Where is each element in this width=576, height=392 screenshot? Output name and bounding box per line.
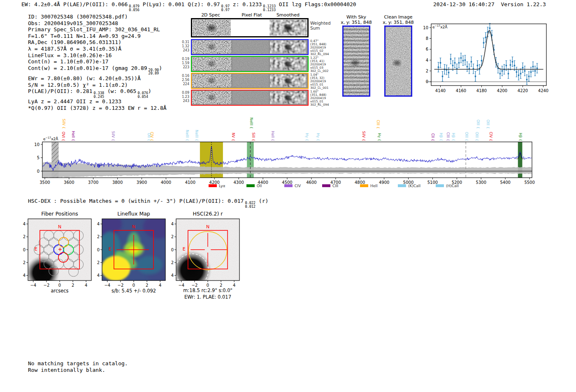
hsc-cutout-svg: NEHSC(26.2) r−4−4−2−2002244m:18.5 rc:2.9… bbox=[171, 210, 249, 306]
noise-image bbox=[192, 57, 231, 70]
fiber-row-id: 1.22"(353, 41)20200419v015_03302_LL_002 bbox=[310, 56, 329, 73]
svg-text:4900: 4900 bbox=[379, 180, 389, 185]
zoom-chart-svg: 0246810414041604180420042204240e−17x2Å bbox=[419, 20, 551, 100]
svg-text:4000: 4000 bbox=[161, 180, 171, 185]
noise-image bbox=[193, 20, 231, 36]
compass-east-label: E bbox=[183, 246, 186, 252]
info-line: EWr = 7.80(±0.80) (w: 4.20(±0.35))Å bbox=[28, 75, 167, 82]
text-segment: S/N = 12.9(±0.5) χ² = 1.1(±0.2) bbox=[28, 82, 128, 88]
info-line: λ = 4187.57Å σ = 3.41(±0.35)Å bbox=[28, 46, 167, 52]
svg-text:2: 2 bbox=[171, 234, 174, 239]
svg-text:6: 6 bbox=[426, 47, 428, 51]
svg-text:2: 2 bbox=[220, 283, 222, 288]
svg-text:−4: −4 bbox=[30, 283, 36, 288]
text-segment: Cont(n) = 1.10(±0.07)e-17 bbox=[28, 58, 109, 65]
noise-image bbox=[192, 74, 231, 87]
line-label: CIV { bbox=[150, 132, 154, 141]
text-segment: HSC-DEX : Possible Matches = 0 (within +… bbox=[28, 198, 244, 204]
legend-swatch bbox=[209, 184, 217, 187]
line-label: NeIII { bbox=[195, 130, 199, 141]
lineflux-map-panel: NELineflux Map−4−4−2−2002244s/b: 5.45 +/… bbox=[97, 210, 175, 298]
noise-image bbox=[270, 40, 307, 53]
legend-label: CIV bbox=[295, 184, 301, 188]
header-timestamp-version: 2024-12-30 16:40:27 Version 1.22.3 bbox=[433, 1, 546, 7]
cutout-cell-flat bbox=[232, 74, 269, 87]
text-segment: LyA z = 2.4447 OII z = 0.1233 bbox=[28, 98, 121, 104]
compass-north-label: N bbox=[132, 224, 135, 230]
legend-swatch bbox=[360, 184, 368, 187]
cutout-cell-2d bbox=[192, 57, 231, 70]
svg-text:−4: −4 bbox=[97, 273, 100, 278]
sky-panel-title: Clean Imagex, y: 351, 848 bbox=[374, 15, 423, 25]
line-label: CIII { bbox=[446, 132, 450, 141]
line-label: SiII { bbox=[251, 132, 255, 141]
svg-text:4: 4 bbox=[23, 222, 26, 226]
line-label: Hβ { bbox=[518, 133, 523, 141]
svg-text:4: 4 bbox=[85, 283, 87, 288]
cutout-cell-flat bbox=[232, 91, 269, 104]
fiber-cutout-row bbox=[191, 90, 309, 106]
svg-text:2: 2 bbox=[146, 283, 148, 288]
legend-swatch bbox=[436, 184, 444, 187]
text-segment: P(LAE)/P(OII): 0.281 bbox=[28, 88, 93, 94]
hsc-ew-plae-stats: EWr: 1. PLAE: 0.017 bbox=[184, 294, 231, 300]
svg-text:4160: 4160 bbox=[456, 88, 466, 93]
text-segment: Primary Spec_Slot_IFU_AMP: 302_036_041_R… bbox=[28, 26, 160, 32]
text-segment: (r) bbox=[255, 198, 268, 204]
svg-text:−2: −2 bbox=[44, 283, 50, 288]
stacked-uncertainty: 0.0220.012 bbox=[245, 201, 255, 208]
legend-label: CIII bbox=[332, 184, 338, 188]
svg-text:4100: 4100 bbox=[185, 180, 195, 185]
info-line: F=1.6" T=0.111 N=1.14 A=0.93 g=24.9 bbox=[28, 33, 167, 39]
cutout-column-header: 2D Spec bbox=[194, 12, 227, 18]
text-segment: OII lzg Flags:0x00004020 bbox=[276, 1, 356, 7]
legend-swatch bbox=[322, 184, 330, 187]
fiber-row-id: 1.04"(353, 32)20200419v015_01302_LL_001 bbox=[310, 73, 329, 90]
compass-north-label: N bbox=[206, 224, 209, 230]
header-summary-line: EW: 4.2±0.4Å P(LAE)/P(OII): 0.0660.0790.… bbox=[21, 1, 356, 12]
catalog-match-notes: No matching targets in catalog.Row inten… bbox=[28, 360, 128, 373]
svg-text:3800: 3800 bbox=[112, 180, 123, 185]
text-segment: EW: 4.2±0.4Å P(LAE)/P(OII): 0.066 bbox=[21, 1, 128, 7]
svg-text:10: 10 bbox=[34, 142, 39, 147]
fiber-xlabel: arcsecs bbox=[51, 288, 68, 294]
detection-info-block: ID: 3007025348 (3007025348.pdf)Obs: 2020… bbox=[28, 14, 167, 111]
svg-text:−2: −2 bbox=[118, 283, 124, 288]
line-label: Hγ { bbox=[316, 133, 320, 141]
svg-text:Fiber Positions: Fiber Positions bbox=[41, 211, 78, 217]
weighted-sum-label: WeightedSum bbox=[310, 21, 331, 30]
svg-text:3500: 3500 bbox=[39, 180, 50, 185]
svg-text:5400: 5400 bbox=[500, 180, 510, 185]
text-segment: F=1.6" T=0.111 N=1.14 A=0.93 g=24.9 bbox=[28, 33, 141, 39]
cutout-cell-2d bbox=[192, 91, 231, 104]
svg-text:−4: −4 bbox=[178, 283, 184, 288]
info-line: Primary Spec_Slot_IFU_AMP: 302_036_041_R… bbox=[28, 26, 167, 33]
line-label: SiIV { bbox=[362, 131, 366, 141]
line-label: OIII { bbox=[486, 120, 490, 129]
svg-text:4500: 4500 bbox=[282, 180, 292, 185]
info-line: P(LAE)/P(OII): 0.2810.3380.245 (w: 0.065… bbox=[28, 88, 167, 98]
noise-image bbox=[192, 40, 231, 53]
fiber-positions-svg: NEFiber Positions−4−4−2−2002244arcsecs bbox=[23, 210, 101, 298]
svg-text:4140: 4140 bbox=[435, 88, 446, 93]
svg-text:−4: −4 bbox=[104, 283, 110, 288]
svg-text:0: 0 bbox=[97, 248, 100, 252]
line-label: HeII { bbox=[71, 131, 75, 141]
text-segment: LineFlux = 3.10(±0.26)e-16 bbox=[28, 52, 112, 58]
svg-text:3600: 3600 bbox=[64, 180, 74, 185]
sky-panel-image-clean bbox=[384, 26, 412, 97]
catalog-note-line: No matching targets in catalog. bbox=[28, 360, 128, 367]
line-label: Hγ { bbox=[305, 133, 309, 141]
svg-text:4: 4 bbox=[159, 283, 161, 288]
stacked-uncertainty: 0.3380.245 bbox=[94, 91, 105, 98]
line-label: CII { bbox=[431, 133, 435, 141]
svg-text:8: 8 bbox=[426, 36, 428, 41]
stacked-uncertainty: 0.0790.056 bbox=[129, 5, 139, 12]
text-segment: (w: 0.065 bbox=[104, 88, 136, 94]
svg-text:5300: 5300 bbox=[476, 180, 486, 185]
emission-line-fit-chart: 0246810414041604180420042204240e−17x2Å bbox=[419, 20, 551, 100]
noise-image bbox=[269, 20, 307, 36]
text-segment: Cont(w) = 2.10(±0.01)e-17 (gmag 20.89 bbox=[28, 65, 147, 71]
line-label: OVI { bbox=[61, 132, 65, 141]
hsc-dex-summary-line: HSC-DEX : Possible Matches = 0 (within +… bbox=[28, 198, 268, 208]
